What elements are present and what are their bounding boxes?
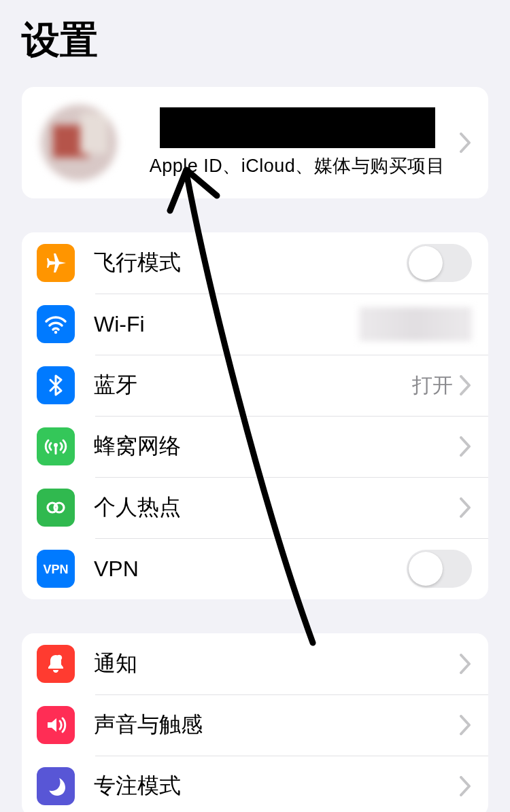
chevron-right-icon xyxy=(460,375,472,395)
bluetooth-value: 打开 xyxy=(412,372,453,400)
hotspot-row[interactable]: 个人热点 xyxy=(22,477,488,538)
vpn-toggle[interactable] xyxy=(407,550,472,588)
svg-point-6 xyxy=(56,655,62,660)
svg-point-0 xyxy=(54,331,57,334)
notifications-icon xyxy=(37,645,75,683)
cellular-icon xyxy=(37,427,75,465)
page-title: 设置 xyxy=(0,0,510,80)
chevron-right-icon xyxy=(460,715,472,735)
chevron-right-icon xyxy=(460,654,472,674)
sounds-row[interactable]: 声音与触感 xyxy=(22,694,488,756)
notifications-group: 通知 声音与触感 专注模式 xyxy=(22,633,488,812)
cellular-row[interactable]: 蜂窝网络 xyxy=(22,416,488,477)
chevron-right-icon xyxy=(460,436,472,457)
vpn-row[interactable]: VPN VPN xyxy=(22,538,488,599)
focus-row[interactable]: 专注模式 xyxy=(22,756,488,812)
svg-point-2 xyxy=(54,443,58,447)
airplane-icon xyxy=(37,244,75,282)
bluetooth-icon xyxy=(37,366,75,404)
airplane-mode-toggle[interactable] xyxy=(407,244,472,282)
chevron-right-icon xyxy=(460,133,472,153)
focus-label: 专注模式 xyxy=(94,771,460,801)
bluetooth-label: 蓝牙 xyxy=(94,370,412,400)
airplane-mode-row[interactable]: 飞行模式 xyxy=(22,232,488,294)
chevron-right-icon xyxy=(460,776,472,796)
svg-text:VPN: VPN xyxy=(43,563,68,576)
account-text: Apple ID、iCloud、媒体与购买项目 xyxy=(135,107,460,178)
hotspot-label: 个人热点 xyxy=(94,493,460,523)
sounds-icon xyxy=(37,706,75,744)
apple-id-row[interactable]: Apple ID、iCloud、媒体与购买项目 xyxy=(22,91,488,194)
account-name-redacted xyxy=(160,107,435,148)
avatar xyxy=(41,105,117,181)
airplane-mode-label: 飞行模式 xyxy=(94,248,407,278)
wifi-label: Wi-Fi xyxy=(94,312,359,337)
bluetooth-row[interactable]: 蓝牙 打开 xyxy=(22,355,488,416)
cellular-label: 蜂窝网络 xyxy=(94,431,460,461)
hotspot-icon xyxy=(37,489,75,527)
notifications-label: 通知 xyxy=(94,649,460,679)
vpn-icon: VPN xyxy=(37,550,75,588)
apple-id-group: Apple ID、iCloud、媒体与购买项目 xyxy=(22,87,488,198)
account-subtitle: Apple ID、iCloud、媒体与购买项目 xyxy=(150,154,445,178)
vpn-label: VPN xyxy=(94,557,407,582)
wifi-icon xyxy=(37,305,75,343)
svg-point-4 xyxy=(54,503,64,512)
wifi-value-redacted xyxy=(359,307,472,341)
sounds-label: 声音与触感 xyxy=(94,710,460,740)
chevron-right-icon xyxy=(460,497,472,518)
focus-icon xyxy=(37,767,75,805)
wifi-row[interactable]: Wi-Fi xyxy=(22,294,488,355)
network-group: 飞行模式 Wi-Fi 蓝牙 打开 蜂窝网络 xyxy=(22,232,488,599)
notifications-row[interactable]: 通知 xyxy=(22,633,488,694)
